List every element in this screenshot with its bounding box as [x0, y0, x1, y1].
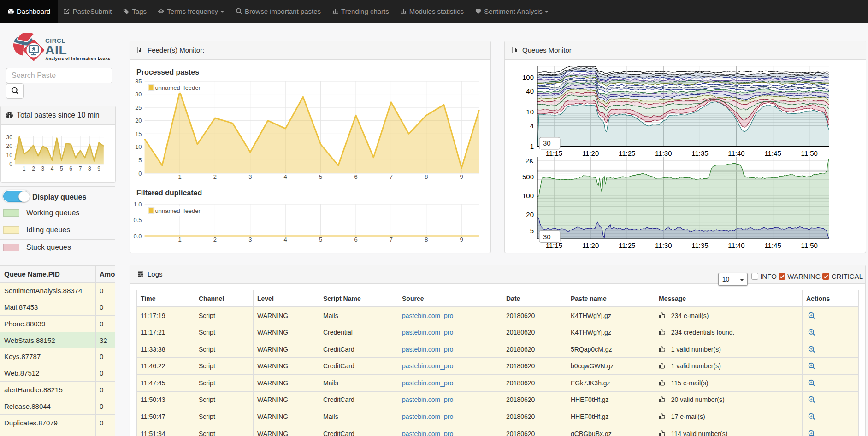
svg-text:1.0: 1.0 — [134, 201, 142, 208]
svg-text:2: 2 — [213, 173, 217, 180]
svg-text:100: 100 — [522, 192, 534, 200]
svg-text:100: 100 — [522, 73, 534, 81]
svg-text:20: 20 — [6, 143, 13, 149]
svg-text:30: 30 — [543, 233, 551, 241]
svg-text:15: 15 — [135, 130, 142, 137]
svg-text:3: 3 — [41, 165, 44, 172]
svg-text:3: 3 — [248, 236, 252, 243]
svg-text:9: 9 — [460, 236, 463, 243]
svg-text:5: 5 — [530, 227, 534, 235]
svg-text:30: 30 — [543, 139, 551, 147]
svg-text:5: 5 — [138, 157, 142, 164]
svg-text:8: 8 — [425, 236, 428, 243]
svg-text:6: 6 — [354, 236, 357, 243]
svg-text:6: 6 — [69, 165, 72, 172]
svg-text:5: 5 — [60, 165, 63, 172]
svg-text:5: 5 — [319, 236, 322, 243]
svg-text:10: 10 — [526, 108, 534, 116]
svg-text:11:35: 11:35 — [691, 242, 708, 249]
svg-text:8: 8 — [88, 165, 91, 172]
svg-text:1: 1 — [178, 173, 181, 180]
svg-text:2K: 2K — [526, 157, 534, 165]
svg-text:4: 4 — [284, 173, 287, 180]
svg-text:40: 40 — [526, 87, 534, 95]
svg-text:11:50: 11:50 — [801, 242, 817, 249]
svg-text:2: 2 — [32, 165, 35, 172]
svg-text:35: 35 — [135, 78, 142, 85]
svg-text:1: 1 — [178, 236, 181, 243]
svg-text:unnamed_feeder: unnamed_feeder — [155, 207, 201, 214]
svg-text:Analysis of Information Leaks: Analysis of Information Leaks — [46, 56, 111, 61]
svg-text:4: 4 — [284, 236, 287, 243]
svg-text:11:40: 11:40 — [728, 242, 744, 249]
svg-text:0: 0 — [9, 161, 12, 167]
svg-text:8: 8 — [425, 173, 428, 180]
svg-text:25: 25 — [135, 104, 142, 111]
svg-text:4: 4 — [530, 122, 534, 130]
svg-text:1: 1 — [23, 165, 26, 172]
svg-text:11:35: 11:35 — [691, 149, 708, 157]
svg-text:11:40: 11:40 — [728, 149, 744, 157]
svg-text:11:45: 11:45 — [764, 149, 781, 157]
svg-text:4: 4 — [51, 165, 54, 172]
svg-text:20: 20 — [526, 211, 534, 218]
svg-text:2: 2 — [213, 236, 217, 243]
svg-text:3: 3 — [248, 173, 252, 180]
svg-text:11:50: 11:50 — [801, 149, 817, 157]
svg-text:9: 9 — [97, 165, 100, 172]
svg-text:0.0: 0.0 — [134, 233, 142, 240]
svg-text:0: 0 — [138, 170, 142, 177]
svg-text:11:25: 11:25 — [619, 149, 635, 157]
svg-text:10: 10 — [135, 143, 142, 150]
svg-text:11:45: 11:45 — [764, 242, 781, 249]
svg-text:20: 20 — [135, 117, 142, 124]
svg-text:unnamed_feeder: unnamed_feeder — [155, 84, 201, 91]
svg-text:0.5: 0.5 — [134, 217, 142, 224]
svg-text:10: 10 — [6, 152, 13, 159]
svg-text:7: 7 — [390, 173, 393, 180]
svg-text:5: 5 — [319, 173, 322, 180]
svg-text:500: 500 — [522, 173, 534, 181]
svg-text:30: 30 — [6, 134, 13, 141]
svg-text:1: 1 — [530, 142, 534, 150]
svg-text:11:20: 11:20 — [582, 149, 599, 157]
svg-text:30: 30 — [135, 91, 142, 98]
svg-text:9: 9 — [460, 173, 463, 180]
svg-text:7: 7 — [79, 165, 82, 172]
svg-text:6: 6 — [354, 173, 357, 180]
svg-text:11:30: 11:30 — [655, 149, 672, 157]
svg-text:11:30: 11:30 — [655, 242, 672, 249]
svg-text:11:25: 11:25 — [619, 242, 635, 249]
svg-text:7: 7 — [390, 236, 393, 243]
svg-text:11:20: 11:20 — [582, 242, 599, 249]
svg-text:11:15: 11:15 — [546, 149, 562, 157]
svg-text:AIL: AIL — [45, 42, 67, 57]
